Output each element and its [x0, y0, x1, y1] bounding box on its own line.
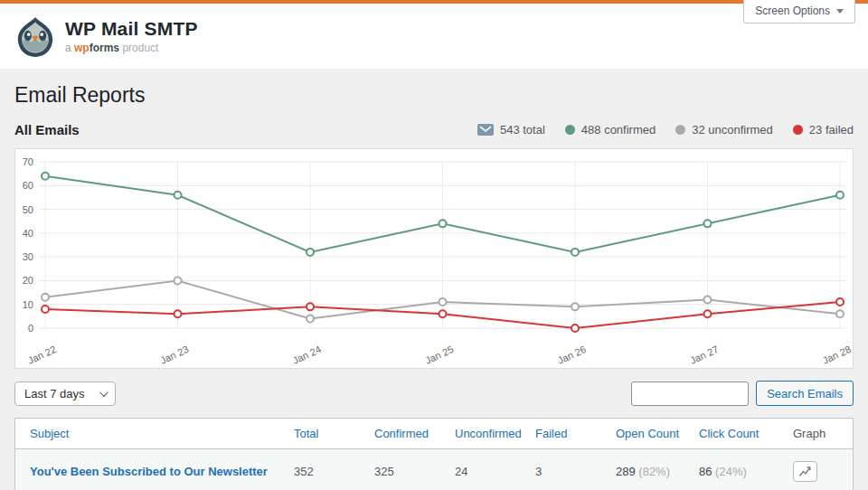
svg-text:70: 70 [23, 156, 33, 167]
tagline-a: a [65, 42, 71, 54]
legend-label: 543 total [500, 123, 545, 137]
click-count-value: 86 [699, 465, 712, 478]
legend-item: 23 failed [793, 123, 854, 137]
chart-card: 010203040506070Jan 22Jan 23Jan 24Jan 25J… [14, 148, 854, 369]
dot-icon [565, 125, 575, 135]
row-graph-button[interactable] [793, 461, 817, 482]
legend-label: 488 confirmed [581, 123, 656, 137]
click-count-percent: (24%) [715, 465, 747, 478]
svg-text:30: 30 [23, 251, 33, 262]
column-header-confirmed[interactable]: Confirmed [374, 419, 455, 449]
app-header: WP Mail SMTP a wpforms product [0, 4, 868, 69]
tagline-forms: forms [90, 42, 119, 54]
column-header-graph: Graph [793, 419, 853, 449]
cell-graph [793, 449, 853, 490]
svg-text:20: 20 [23, 275, 33, 286]
legend-item: 488 confirmed [565, 123, 656, 137]
emails-table: SubjectTotalConfirmedUnconfirmedFailedOp… [14, 418, 854, 490]
svg-text:Jan 25: Jan 25 [423, 344, 455, 366]
cell-confirmed: 325 [374, 449, 455, 490]
column-header-failed[interactable]: Failed [535, 419, 616, 449]
cell-total: 352 [294, 449, 374, 490]
chart-legend: 543 total488 confirmed32 unconfirmed23 f… [477, 123, 854, 137]
section-title: All Emails [14, 122, 80, 137]
section-header: All Emails 543 total488 confirmed32 unco… [0, 120, 868, 148]
date-range-value: Last 7 days [24, 387, 85, 400]
search-emails-button[interactable]: Search Emails [756, 381, 854, 406]
column-header-subject[interactable]: Subject [15, 419, 294, 449]
screen-options-button[interactable]: Screen Options [743, 0, 855, 24]
subject-link[interactable]: You've Been Subscribed to Our Newsletter [30, 465, 268, 478]
tagline-wp: wp [74, 42, 90, 54]
screen-options-label: Screen Options [755, 5, 830, 17]
svg-text:10: 10 [23, 299, 33, 310]
svg-text:Jan 26: Jan 26 [556, 344, 588, 366]
search-input[interactable] [631, 382, 749, 406]
column-header-total[interactable]: Total [294, 419, 374, 449]
chevron-down-icon [99, 388, 108, 397]
svg-text:Jan 22: Jan 22 [26, 344, 58, 366]
dot-icon [675, 125, 685, 135]
svg-text:50: 50 [23, 204, 33, 215]
cell-failed: 3 [535, 449, 616, 490]
svg-text:Jan 27: Jan 27 [688, 344, 720, 366]
wp-mail-smtp-logo-icon [14, 15, 56, 57]
emails-chart: 010203040506070Jan 22Jan 23Jan 24Jan 25J… [15, 149, 853, 368]
svg-text:Jan 28: Jan 28 [821, 344, 853, 366]
svg-text:60: 60 [23, 180, 33, 191]
table-row: You've Been Subscribed to Our Newsletter… [15, 449, 853, 490]
svg-text:Jan 24: Jan 24 [291, 344, 323, 366]
column-header-unconfirmed[interactable]: Unconfirmed [455, 419, 535, 449]
legend-item: 543 total [477, 123, 545, 137]
brand-tagline: a wpforms product [65, 42, 198, 54]
page-title: Email Reports [0, 69, 868, 120]
controls-row: Last 7 days Search Emails [14, 381, 854, 406]
legend-item: 32 unconfirmed [675, 123, 773, 137]
search-group: Search Emails [631, 381, 854, 406]
cell-click-count: 86 (24%) [699, 449, 793, 490]
dot-icon [793, 125, 803, 135]
mail-icon [477, 124, 494, 136]
svg-text:0: 0 [28, 323, 33, 334]
column-header-open-count[interactable]: Open Count [616, 419, 699, 449]
open-count-percent: (82%) [638, 465, 670, 478]
svg-text:40: 40 [23, 228, 33, 239]
brand-title: WP Mail SMTP [65, 18, 198, 39]
date-range-select[interactable]: Last 7 days [14, 382, 116, 406]
cell-unconfirmed: 24 [455, 449, 535, 490]
table-header-row: SubjectTotalConfirmedUnconfirmedFailedOp… [15, 419, 853, 449]
legend-label: 32 unconfirmed [692, 123, 773, 137]
brand-text: WP Mail SMTP a wpforms product [65, 18, 198, 54]
chevron-down-icon [836, 9, 844, 14]
column-header-click-count[interactable]: Click Count [699, 419, 793, 449]
cell-subject: You've Been Subscribed to Our Newsletter [15, 449, 294, 490]
open-count-value: 289 [616, 465, 636, 478]
tagline-product: product [122, 42, 158, 54]
legend-label: 23 failed [809, 123, 854, 137]
cell-open-count: 289 (82%) [616, 449, 699, 490]
svg-text:Jan 23: Jan 23 [158, 344, 190, 366]
line-chart-icon [798, 466, 812, 477]
